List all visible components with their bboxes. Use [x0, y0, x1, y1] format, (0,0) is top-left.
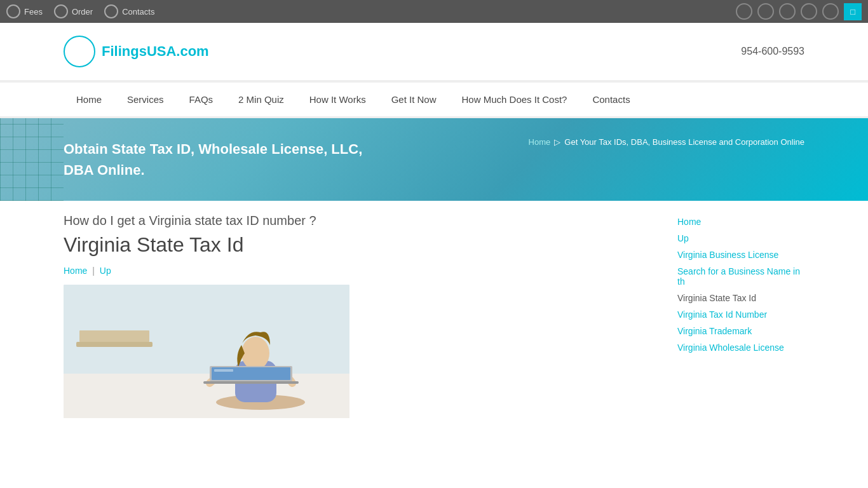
content-area: How do I get a Virginia state tax ID num… [64, 214, 658, 418]
sidebar-link-trademark[interactable]: Virginia Trademark [677, 323, 804, 339]
logo-icon [64, 36, 95, 67]
fees-label: Fees [24, 7, 43, 17]
breadcrumb-separator: ▷ [554, 137, 560, 147]
svg-rect-11 [214, 369, 233, 372]
phone-number: 954-600-9593 [741, 46, 804, 57]
content-breadcrumbs: Home | Up [64, 266, 658, 276]
sidebar-link-search-business[interactable]: Search for a Business Name in th [677, 263, 804, 290]
nav-item-contacts[interactable]: Contacts [580, 83, 642, 116]
nav-item-services[interactable]: Services [114, 83, 177, 116]
sidebar-link-business-license[interactable]: Virginia Business License [677, 247, 804, 263]
svg-rect-3 [76, 342, 153, 347]
main-content: How do I get a Virginia state tax ID num… [0, 201, 868, 431]
nav-item-faqs[interactable]: FAQs [177, 83, 226, 116]
content-image [64, 285, 349, 418]
svg-rect-2 [64, 374, 349, 418]
fees-circle-icon [6, 4, 20, 18]
nav-item-how-it-works[interactable]: How It Works [297, 83, 379, 116]
svg-rect-1 [64, 285, 349, 374]
nav-item-home[interactable]: Home [64, 83, 114, 116]
order-circle-icon [54, 4, 68, 18]
svg-rect-4 [79, 330, 149, 342]
svg-point-7 [241, 337, 269, 370]
top-bar-fees[interactable]: Fees [6, 4, 43, 18]
hero-grid-decoration [0, 118, 64, 201]
content-breadcrumb-home[interactable]: Home [64, 266, 87, 276]
content-breadcrumb-up[interactable]: Up [100, 266, 111, 276]
hero-content: Obtain State Tax ID, Wholesale License, … [64, 139, 369, 180]
nav-item-how-much[interactable]: How Much Does It Cost? [449, 83, 580, 116]
person-image [64, 285, 349, 418]
sidebar-link-tax-id-number[interactable]: Virginia Tax Id Number [677, 306, 804, 323]
sidebar-link-wholesale[interactable]: Virginia Wholesale License [677, 339, 804, 356]
svg-rect-8 [203, 381, 299, 384]
hero-heading: Obtain State Tax ID, Wholesale License, … [64, 139, 369, 180]
hero-breadcrumb: Home ▷ Get Your Tax IDs, DBA, Business L… [529, 137, 804, 147]
header: FilingsUSA.com 954-600-9593 [0, 23, 868, 81]
illustration-svg [64, 285, 349, 418]
sidebar-link-home[interactable]: Home [677, 214, 804, 230]
main-nav: Home Services FAQs 2 Min Quiz How It Wor… [0, 81, 868, 118]
top-bar-order[interactable]: Order [54, 4, 93, 18]
nav-item-2min-quiz[interactable]: 2 Min Quiz [226, 83, 297, 116]
hero-banner: Obtain State Tax ID, Wholesale License, … [0, 118, 868, 201]
social-icon-2[interactable] [757, 3, 774, 20]
top-bar-action-button[interactable]: □ [844, 3, 862, 20]
order-label: Order [72, 7, 93, 17]
logo-text: FilingsUSA.com [102, 43, 209, 60]
sidebar-plain-state-tax-id: Virginia State Tax Id [677, 290, 804, 306]
page-subtitle: How do I get a Virginia state tax ID num… [64, 214, 658, 228]
nav-item-get-it-now[interactable]: Get It Now [379, 83, 449, 116]
breadcrumb-current: Get Your Tax IDs, DBA, Business License … [564, 137, 804, 147]
sidebar: Home Up Virginia Business License Search… [677, 214, 804, 418]
top-bar-contacts[interactable]: Contacts [104, 4, 154, 18]
contacts-circle-icon [104, 4, 118, 18]
breadcrumb-home-link[interactable]: Home [529, 137, 551, 147]
social-icon-1[interactable] [736, 3, 752, 20]
top-bar-right: □ [736, 3, 862, 20]
page-title: Virginia State Tax Id [64, 233, 658, 257]
top-bar-left: Fees Order Contacts [6, 4, 154, 18]
social-icon-3[interactable] [779, 3, 796, 20]
social-icon-4[interactable] [801, 3, 817, 20]
content-breadcrumb-sep: | [92, 266, 95, 276]
social-icon-5[interactable] [822, 3, 839, 20]
sidebar-link-up[interactable]: Up [677, 230, 804, 247]
top-bar: Fees Order Contacts □ [0, 0, 868, 23]
contacts-label: Contacts [122, 7, 154, 17]
logo-area[interactable]: FilingsUSA.com [64, 36, 209, 67]
